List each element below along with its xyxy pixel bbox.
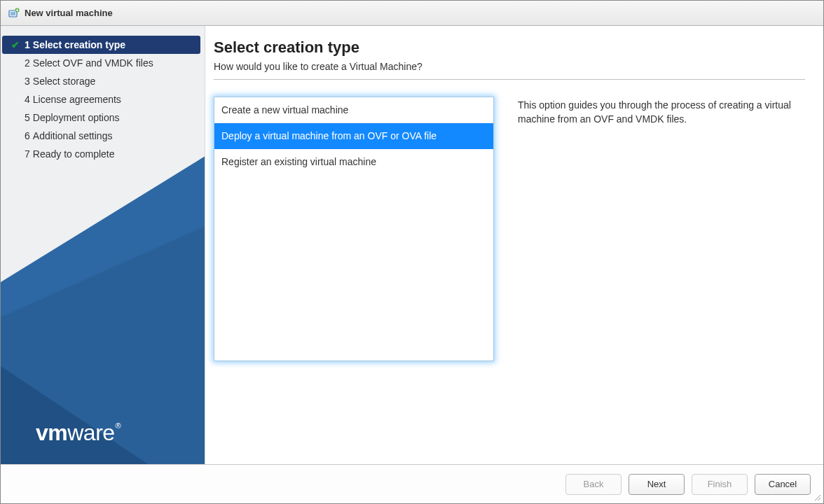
cancel-button[interactable]: Cancel: [755, 474, 811, 495]
wizard-footer: Back Next Finish Cancel: [1, 464, 823, 503]
step-label: Select creation type: [33, 39, 125, 50]
back-button[interactable]: Back: [565, 474, 622, 495]
creation-type-list[interactable]: Create a new virtual machine Deploy a vi…: [214, 97, 494, 361]
step-select-creation-type[interactable]: ✔ 1Select creation type: [2, 36, 200, 54]
step-list: ✔ 1Select creation type ✔ 2Select OVF an…: [1, 26, 205, 163]
wizard-sidebar: ✔ 1Select creation type ✔ 2Select OVF an…: [1, 26, 205, 464]
step-label: Ready to complete: [33, 148, 115, 160]
option-create-new-vm[interactable]: Create a new virtual machine: [214, 97, 493, 123]
dialog-body: ✔ 1Select creation type ✔ 2Select OVF an…: [1, 26, 823, 464]
step-select-ovf-vmdk[interactable]: ✔ 2Select OVF and VMDK files: [2, 54, 200, 72]
option-register-existing-vm[interactable]: Register an existing virtual machine: [214, 149, 493, 174]
check-icon: ✔: [9, 39, 22, 50]
svg-rect-1: [11, 12, 15, 15]
titlebar: New virtual machine: [1, 1, 823, 26]
content-row: Create a new virtual machine Deploy a vi…: [214, 97, 805, 361]
step-label: Deployment options: [33, 112, 120, 123]
step-label: Additional settings: [33, 130, 113, 141]
next-button[interactable]: Next: [629, 474, 685, 495]
option-description: This option guides you through the proce…: [518, 97, 805, 361]
step-additional-settings[interactable]: ✔ 6Additional settings: [2, 127, 200, 145]
wizard-main: Select creation type How would you like …: [205, 26, 823, 464]
step-ready-to-complete[interactable]: ✔ 7Ready to complete: [2, 145, 200, 163]
step-label: License agreements: [33, 94, 121, 105]
page-title: Select creation type: [214, 38, 805, 57]
page-subtitle: How would you like to create a Virtual M…: [214, 61, 805, 80]
svg-marker-5: [1, 366, 148, 464]
step-deployment-options[interactable]: ✔ 5Deployment options: [2, 108, 200, 127]
step-license-agreements[interactable]: ✔ 4License agreements: [2, 90, 200, 108]
sidebar-decor: [1, 135, 205, 464]
vm-add-icon: [8, 7, 20, 20]
finish-button[interactable]: Finish: [692, 474, 748, 495]
step-label: Select storage: [33, 76, 96, 87]
svg-marker-4: [1, 226, 205, 464]
window-title: New virtual machine: [25, 8, 113, 18]
svg-marker-3: [1, 156, 205, 464]
option-deploy-ovf-ova[interactable]: Deploy a virtual machine from an OVF or …: [214, 123, 493, 149]
vmware-logo: vmware®: [36, 420, 120, 446]
wizard-dialog: New virtual machine ✔ 1Select creation t…: [0, 0, 824, 504]
step-select-storage[interactable]: ✔ 3Select storage: [2, 72, 200, 90]
step-label: Select OVF and VMDK files: [33, 57, 153, 69]
